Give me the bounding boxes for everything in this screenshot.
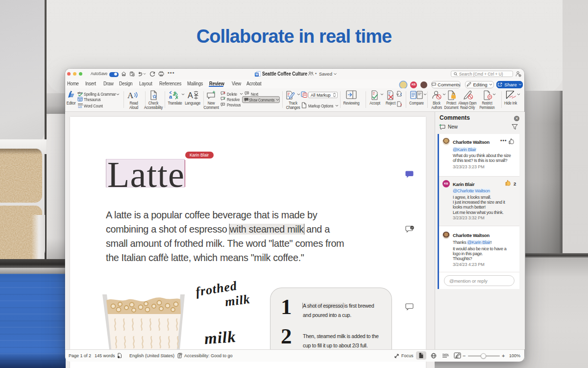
svg-text:W: W (255, 73, 258, 76)
svg-text:A: A (127, 91, 134, 100)
svg-text:123: 123 (78, 105, 82, 108)
svg-text:a: a (169, 94, 172, 100)
svg-text:A: A (188, 91, 193, 100)
svg-text:あ: あ (173, 91, 178, 96)
